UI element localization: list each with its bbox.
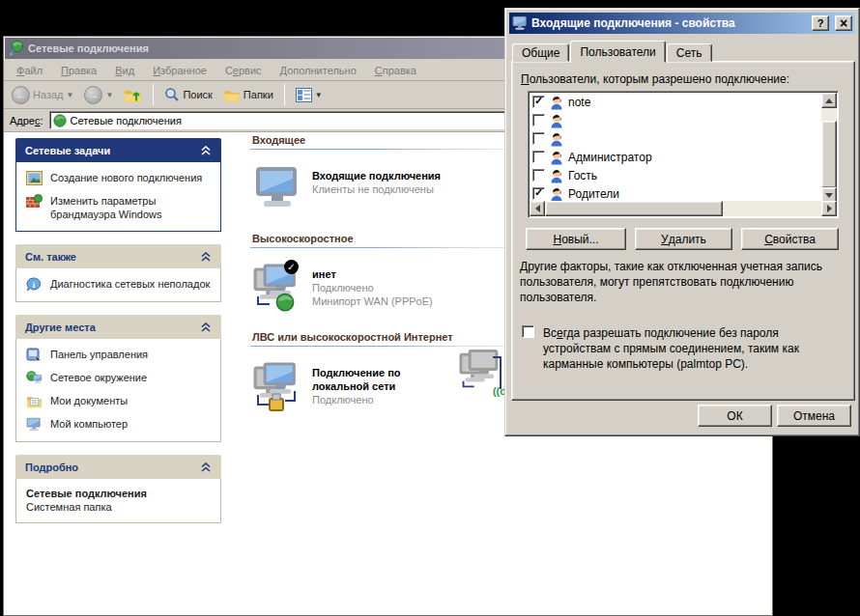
always-allow-option[interactable]: Всегда разрешать подключение без пароля … [522, 325, 846, 372]
horizontal-scrollbar[interactable] [530, 201, 837, 216]
panel-title: Другие места [25, 322, 96, 333]
connection-name: Входящие подключения [312, 169, 457, 182]
always-allow-checkbox[interactable] [522, 325, 534, 338]
tab-network[interactable]: Сеть [667, 43, 712, 62]
menu-view[interactable]: Вид [115, 65, 134, 76]
cancel-button[interactable]: Отмена [777, 405, 851, 427]
task-pane: Сетевые задачи [15, 138, 221, 536]
dialog-titlebar[interactable]: Входящие подключения - свойства ? × [509, 13, 855, 34]
address-value: Сетевые подключения [71, 115, 182, 126]
menu-help[interactable]: Справка [375, 65, 416, 76]
panel-other-places: Другие места [15, 315, 221, 442]
link-network-diagnostics[interactable]: i Диагностика сетевых неполадок [26, 277, 213, 292]
user-row[interactable] [530, 129, 821, 148]
link-control-panel[interactable]: Панель управления [26, 348, 213, 362]
forward-button[interactable]: → ▼ [81, 84, 116, 106]
chevron-up-icon[interactable] [200, 322, 212, 332]
user-row[interactable]: note [530, 93, 821, 111]
desktop: Сетевые подключения Файл Правка Вид Избр… [0, 0, 860, 616]
forward-dropdown-icon[interactable]: ▼ [105, 91, 113, 99]
section-title: ЛВС или высокоскоростной Интернет [250, 331, 540, 343]
link-label: Панель управления [50, 348, 148, 361]
broadband-connection-icon: ✓ [252, 264, 302, 308]
address-label: Адрес: [10, 115, 43, 126]
menu-file[interactable]: Файл [16, 65, 43, 76]
connection-inet[interactable]: ✓ инет Подключено Минипорт WAN (PPPoE) [252, 264, 540, 308]
close-button[interactable]: × [835, 15, 852, 31]
panel-details-header[interactable]: Подробно [15, 455, 221, 479]
details-folder-name: Сетевые подключения [26, 488, 213, 499]
control-panel-icon [26, 348, 43, 362]
back-label: Назад [33, 89, 64, 100]
connection-status: Подключено [312, 393, 457, 406]
connection-incoming[interactable]: Входящие подключения Клиенты не подключе… [252, 165, 540, 210]
panel-other-places-header[interactable]: Другие места [15, 315, 221, 339]
network-places-icon [26, 371, 43, 385]
panel-title: Сетевые задачи [25, 145, 110, 156]
views-button[interactable]: ▼ [293, 86, 326, 104]
menu-favorites[interactable]: Избранное [153, 65, 207, 76]
user-checkbox[interactable] [532, 187, 545, 200]
user-checkbox[interactable] [532, 151, 545, 163]
connection-partially-hidden[interactable]: ((o [458, 347, 508, 405]
new-user-button[interactable]: Новый... [526, 228, 626, 250]
up-button[interactable] [121, 85, 145, 105]
user-icon [549, 95, 564, 110]
section-broadband: Высокоскоростное ✓ [250, 233, 540, 308]
incoming-connection-icon [252, 165, 302, 210]
section-title: Высокоскоростное [250, 233, 540, 244]
panel-network-tasks-header[interactable]: Сетевые задачи [15, 138, 221, 162]
menu-advanced[interactable]: Дополнительно [280, 65, 357, 76]
user-name: Гость [568, 169, 597, 182]
scroll-right-button[interactable] [821, 201, 837, 216]
vertical-scrollbar[interactable] [821, 93, 837, 203]
chevron-up-icon[interactable] [200, 146, 212, 155]
horizontal-scroll-thumb[interactable] [545, 201, 723, 216]
connection-status: Подключено [312, 281, 457, 294]
scroll-up-button[interactable] [821, 93, 837, 108]
lan-connection-icon [252, 362, 302, 406]
search-button[interactable]: Поиск [161, 85, 215, 104]
task-firewall-settings[interactable]: Изменить параметры брандмауэра Windows [26, 194, 213, 221]
panel-network-tasks: Сетевые задачи [15, 138, 221, 232]
user-checkbox[interactable] [532, 169, 545, 182]
link-my-documents[interactable]: Мои документы [26, 394, 213, 408]
forward-icon: → [84, 86, 102, 104]
delete-user-button[interactable]: Удалить [635, 228, 732, 250]
chevron-up-icon[interactable] [200, 252, 212, 262]
users-listbox[interactable]: note Администратор [528, 91, 839, 218]
panel-see-also-header[interactable]: См. также [15, 244, 221, 268]
scroll-left-button[interactable] [530, 201, 545, 216]
link-my-computer[interactable]: Мой компьютер [26, 417, 213, 432]
views-dropdown-icon[interactable]: ▼ [315, 91, 323, 99]
user-row[interactable]: Администратор [530, 148, 821, 166]
back-dropdown-icon[interactable]: ▼ [67, 91, 74, 99]
user-properties-button[interactable]: Свойства [741, 228, 839, 250]
user-name: note [568, 96, 590, 109]
tab-users[interactable]: Пользователи [570, 41, 665, 63]
menu-tools[interactable]: Сервис [225, 65, 262, 76]
user-row[interactable] [530, 111, 821, 129]
user-checkbox[interactable] [532, 114, 545, 126]
vertical-scroll-thumb[interactable] [821, 121, 837, 188]
folders-button[interactable]: Папки [220, 86, 276, 104]
link-network-places[interactable]: Сетевое окружение [26, 371, 213, 385]
task-label: Изменить параметры брандмауэра Windows [50, 194, 213, 221]
link-label: Сетевое окружение [50, 371, 147, 384]
task-new-connection[interactable]: Создание нового подключения [26, 171, 213, 185]
menu-edit[interactable]: Правка [61, 65, 97, 76]
user-checkbox[interactable] [532, 96, 545, 108]
always-allow-label: Всегда разрешать подключение без пароля … [543, 325, 833, 372]
user-checkbox[interactable] [532, 132, 545, 145]
views-icon [296, 88, 312, 102]
ok-button[interactable]: ОК [698, 405, 772, 427]
dialog-connection-icon [512, 16, 528, 30]
help-button[interactable]: ? [812, 15, 829, 31]
chevron-up-icon[interactable] [200, 462, 212, 472]
user-row[interactable]: Гость [530, 166, 821, 184]
info-icon: i [26, 277, 43, 292]
user-name: Администратор [568, 151, 652, 164]
user-row[interactable]: Родители [530, 184, 821, 201]
tab-general[interactable]: Общие [512, 43, 569, 62]
back-button[interactable]: ← Назад ▼ [9, 84, 76, 106]
